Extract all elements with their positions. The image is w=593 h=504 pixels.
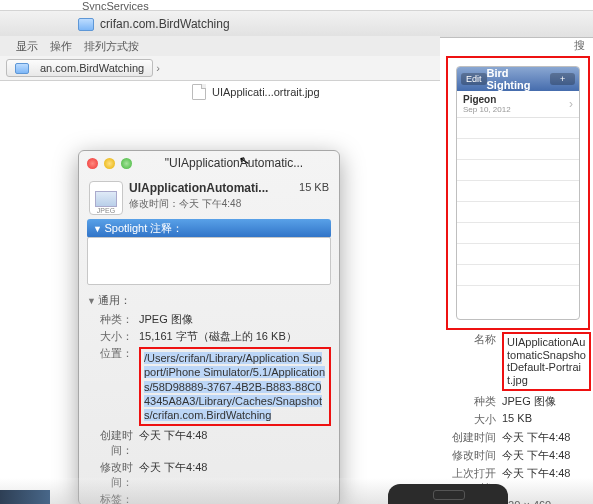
meta-modified-label: 修改时间 — [442, 448, 502, 463]
finder-title: crifan.com.BirdWatching — [100, 17, 230, 31]
search-label[interactable]: 搜 — [574, 38, 585, 53]
path-segment-label: an.com.BirdWatching — [40, 62, 144, 74]
ios-empty-row — [457, 118, 579, 139]
file-thumbnail: JPEG — [89, 181, 123, 215]
ios-screenshot: Edit Bird Sighting + Pigeon Sep 10, 2012… — [456, 66, 580, 320]
file-list-item[interactable]: UIApplicati...ortrait.jpg — [186, 80, 440, 104]
get-info-window[interactable]: ↖ "UIApplicationAutomatic... JPEG UIAppl… — [78, 150, 340, 504]
info-file-size: 15 KB — [299, 181, 329, 193]
ios-row-subtitle: Sep 10, 2012 — [463, 105, 511, 114]
meta-size-label: 大小 — [442, 412, 502, 427]
ios-empty-row — [457, 181, 579, 202]
ios-empty-row — [457, 139, 579, 160]
chevron-right-icon: › — [569, 97, 573, 111]
info-mod-line: 修改时间：今天 下午4:48 — [129, 197, 241, 211]
file-name: UIApplicati...ortrait.jpg — [212, 86, 320, 98]
gm-where-highlight: /Users/crifan/Library/Application Suppor… — [139, 347, 331, 426]
preview-titlebar — [440, 10, 593, 38]
ios-edit-button: Edit — [461, 73, 487, 85]
gm-where-value[interactable]: /Users/crifan/Library/Application Suppor… — [144, 352, 325, 421]
path-bar: an.com.BirdWatching › — [0, 56, 440, 81]
finder-toolbar: 显示 操作 排列方式按 — [0, 36, 440, 57]
ios-add-button: + — [550, 73, 575, 85]
ios-empty-row — [457, 265, 579, 286]
preview-image-highlight: Edit Bird Sighting + Pigeon Sep 10, 2012… — [446, 56, 590, 330]
document-icon — [192, 84, 206, 100]
meta-modified-value: 今天 下午4:48 — [502, 448, 591, 463]
minimize-icon[interactable] — [104, 158, 115, 169]
menu-action[interactable]: 操作 — [50, 39, 72, 54]
meta-created-value: 今天 下午4:48 — [502, 430, 591, 445]
folder-icon — [78, 18, 94, 31]
gm-kind-label: 种类： — [87, 312, 139, 327]
folder-icon — [15, 63, 29, 74]
info-window-title: "UIApplicationAutomatic... — [139, 156, 329, 170]
ios-table-row: Pigeon Sep 10, 2012 › — [457, 91, 579, 118]
spotlight-comment-field[interactable] — [87, 237, 331, 285]
zoom-icon[interactable] — [121, 158, 132, 169]
gm-where-label: 位置： — [87, 346, 139, 426]
chevron-right-icon: › — [156, 62, 160, 74]
path-segment[interactable]: an.com.BirdWatching — [6, 59, 153, 77]
gm-size-label: 大小： — [87, 329, 139, 344]
simulator-bezel — [388, 484, 508, 504]
general-section: 通用： 种类： JPEG 图像 大小： 15,161 字节（磁盘上的 16 KB… — [87, 293, 331, 504]
menu-show[interactable]: 显示 — [16, 39, 38, 54]
meta-kind-label: 种类 — [442, 394, 502, 409]
finder-titlebar[interactable]: crifan.com.BirdWatching — [0, 10, 440, 38]
ios-empty-row — [457, 202, 579, 223]
ios-row-title: Pigeon — [463, 94, 511, 105]
traffic-lights — [87, 158, 132, 169]
meta-name-label: 名称 — [442, 332, 502, 391]
meta-size-value: 15 KB — [502, 412, 591, 427]
meta-name-value[interactable]: UIApplicationAutomaticSnapshotDefault-Po… — [502, 332, 591, 391]
gm-size-value: 15,161 字节（磁盘上的 16 KB） — [139, 329, 331, 344]
menu-arrange[interactable]: 排列方式按 — [84, 39, 139, 54]
ios-empty-row — [457, 160, 579, 181]
meta-created-label: 创建时间 — [442, 430, 502, 445]
gm-created-value: 今天 下午4:48 — [139, 428, 331, 458]
background-patch — [0, 490, 50, 504]
thumb-label: JPEG — [97, 207, 115, 214]
ios-navbar: Edit Bird Sighting + — [457, 67, 579, 91]
gm-created-label: 创建时间： — [87, 428, 139, 458]
meta-kind-value: JPEG 图像 — [502, 394, 591, 409]
ios-title: Bird Sighting — [487, 67, 551, 91]
spotlight-header[interactable]: Spotlight 注释： — [87, 219, 331, 238]
general-header[interactable]: 通用： — [87, 293, 331, 308]
gm-kind-value: JPEG 图像 — [139, 312, 331, 327]
ios-empty-row — [457, 244, 579, 265]
preview-pane: 搜 Edit Bird Sighting + Pigeon Sep 10, 20… — [440, 0, 593, 504]
ios-empty-row — [457, 223, 579, 244]
close-icon[interactable] — [87, 158, 98, 169]
